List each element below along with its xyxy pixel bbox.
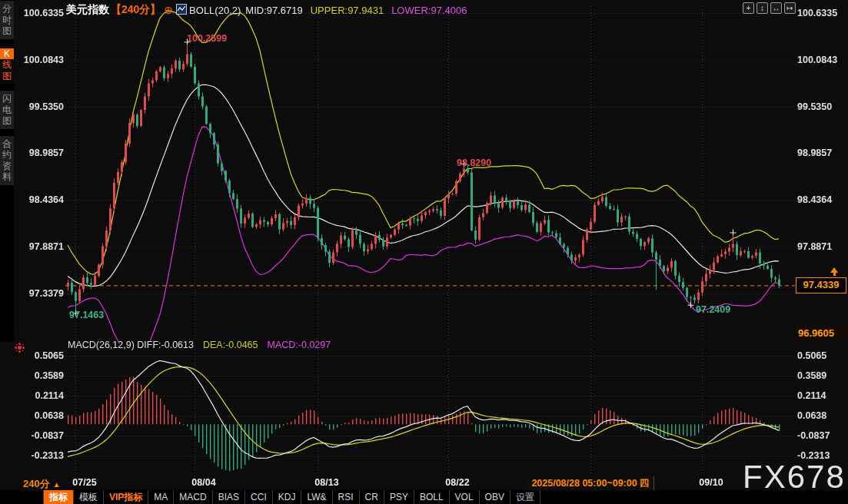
price-tick-label-left: 100.6335 (16, 8, 64, 18)
add-indicator-icon[interactable]: ⊕ (164, 4, 173, 16)
boll-mid-value: MID:97.6719 (245, 5, 302, 16)
sidebar-tab-contract-info-char: 约 (0, 149, 14, 161)
price-annotation: 100.2599 (187, 33, 227, 44)
toolbar-item-moban[interactable]: 模板 (74, 490, 104, 504)
chart-header: 美元指数【240分】⊕BOLL(20,2)MID:97.6719UPPER:97… (66, 3, 467, 15)
sidebar-tab-kline-chart-char: 线 (0, 59, 14, 71)
toolbar-item-zhibiao[interactable]: 指标 (43, 490, 74, 504)
macd-tick-label-right: 0.3589 (797, 370, 826, 381)
sidebar-tab-contract-info-char: 料 (0, 171, 14, 183)
price-tick-label-left: 100.0843 (16, 55, 64, 65)
boll-lower-value: LOWER:97.4006 (391, 5, 467, 16)
price-macd-canvas[interactable] (0, 0, 848, 504)
toolbar-item-bias[interactable]: BIAS (213, 490, 245, 504)
price-tick-label-right: 99.5350 (797, 101, 832, 112)
price-tick-label-left: 97.3379 (16, 288, 64, 299)
chart-window: 分时图K线图闪电图合约资料 美元指数【240分】⊕BOLL(20,2)MID:9… (0, 0, 848, 504)
toolbar-item-cci[interactable]: CCI (245, 490, 273, 504)
macd-header: MACD(26,12,9) DIFF:-0.0613DEA:-0.0465MAC… (68, 340, 331, 350)
macd-hist-value: MACD:-0.0297 (268, 340, 331, 350)
sidebar-tab-flash-chart-char: 闪 (0, 93, 14, 104)
sidebar-tab-contract-info-char: 合 (0, 138, 14, 150)
date-tick-label: 08/22 (445, 477, 469, 488)
macd-tick-label-right: -0.0837 (797, 430, 830, 441)
indicator-settings-icon[interactable] (18, 346, 22, 350)
date-tick-label: 07/25 (72, 477, 96, 488)
sidebar-tab-kline-chart-char: 图 (0, 71, 14, 82)
sidebar: 分时图K线图闪电图合约资料 (0, 0, 14, 342)
toolbar-item-cr[interactable]: CR (360, 490, 384, 504)
selected-range-label: 2025/08/28 05:00~09:00 四 (527, 476, 653, 491)
sidebar-tab-flash-chart-char: 电 (0, 104, 14, 116)
toolbar-item-ma[interactable]: MA (148, 490, 174, 504)
sidebar-tab-contract-info[interactable]: 合约资料 (0, 136, 14, 185)
price-tick-label-right: 100.6335 (797, 8, 837, 18)
toolbar-item-lw[interactable]: LW& (301, 490, 332, 504)
triangle-up-icon: ▲ (53, 480, 61, 489)
sidebar-tab-kline-chart[interactable]: K线图 (0, 46, 14, 85)
date-tick-label: 08/13 (314, 477, 338, 488)
price-annotation: 97.2409 (696, 304, 730, 315)
period-label[interactable]: 【240分】 (111, 3, 161, 15)
toolbar-item-psy[interactable]: PSY (384, 490, 414, 504)
zoom-horizontal-axis-icon[interactable]: ↔ (770, 2, 782, 14)
indicator-toolbar: 指标模板VIP指标MAMACDBIASCCIKDJLW&RSICRPSYBOLL… (0, 490, 848, 504)
toolbar-item-kdj[interactable]: KDJ (273, 490, 302, 504)
price-marker-arrow-icon (830, 267, 838, 273)
boll-upper-value: UPPER:97.9431 (311, 5, 384, 16)
period-selector-label[interactable]: 240分 (23, 478, 50, 489)
macd-dea-value: DEA:-0.0465 (203, 340, 258, 350)
macd-tick-label-left: 0.2114 (16, 390, 64, 401)
price-tick-label-left: 98.9857 (16, 148, 64, 158)
macd-tick-label-right: 0.0638 (797, 410, 826, 421)
toolbar-item-obv[interactable]: OBV (480, 490, 510, 504)
zoom-vertical-axis-icon[interactable]: ↕ (757, 2, 768, 14)
sidebar-tab-contract-info-char: 资 (0, 161, 14, 172)
sidebar-tab-kline-chart-char: K (0, 48, 14, 60)
session-low-box: 96.9605 (796, 326, 846, 340)
pan-tool-icon[interactable]: + (743, 2, 754, 14)
sidebar-tab-time-chart-char: 图 (0, 25, 14, 37)
macd-tick-label-left: 0.0638 (16, 410, 64, 421)
toolbar-item-vip-zhibiao[interactable]: VIP指标 (104, 490, 148, 504)
sidebar-tab-time-chart-char: 时 (0, 15, 14, 26)
window-tool-icons: +↕↔↦ (743, 2, 796, 14)
candlestick-mini-icon[interactable] (176, 4, 187, 17)
macd-tick-label-right: 0.2114 (797, 390, 826, 401)
price-tick-label-right: 98.9857 (797, 148, 832, 158)
period-selector[interactable]: 240分▲ (23, 477, 61, 491)
price-tick-label-right: 98.4364 (797, 194, 832, 205)
price-annotation: 98.8290 (457, 158, 491, 168)
macd-diff-value: MACD(26,12,9) DIFF:-0.0613 (68, 340, 194, 350)
price-tick-label-left: 99.5350 (16, 101, 64, 112)
toolbar-item-vol[interactable]: VOL (450, 490, 480, 504)
macd-tick-label-right: 0.5065 (797, 350, 826, 361)
macd-tick-label-left: -0.0837 (16, 430, 64, 441)
price-tick-label-left: 98.4364 (16, 194, 64, 205)
price-tick-label-right: 97.8871 (797, 241, 832, 252)
toolbar-item-macd[interactable]: MACD (174, 490, 212, 504)
macd-tick-label-left: -0.2313 (16, 450, 64, 461)
price-annotation: 97.1463 (69, 310, 104, 320)
sidebar-tab-time-chart[interactable]: 分时图 (0, 1, 14, 39)
shift-right-icon[interactable]: ↦ (784, 2, 796, 14)
price-tick-label-right: 100.0843 (797, 55, 837, 65)
macd-tick-label-right: -0.2313 (797, 450, 830, 461)
toolbar-item-shezhi[interactable]: 设置 (510, 490, 540, 504)
price-tick-label-left: 97.8871 (16, 241, 64, 252)
sidebar-tab-flash-chart[interactable]: 闪电图 (0, 91, 14, 129)
macd-tick-label-left: 0.5065 (16, 350, 64, 361)
toolbar-item-rsi[interactable]: RSI (333, 490, 360, 504)
date-tick-label: 08/04 (191, 477, 215, 488)
sidebar-tab-flash-chart-char: 图 (0, 115, 14, 127)
instrument-title: 美元指数 (66, 3, 109, 15)
boll-params-label: BOLL(20,2) (189, 5, 241, 16)
date-tick-label: 09/10 (699, 477, 723, 488)
sidebar-tab-time-chart-char: 分 (0, 3, 14, 15)
current-price-box: 97.4339 (796, 277, 846, 293)
macd-tick-label-left: 0.3589 (16, 370, 64, 381)
toolbar-item-boll[interactable]: BOLL (414, 490, 450, 504)
